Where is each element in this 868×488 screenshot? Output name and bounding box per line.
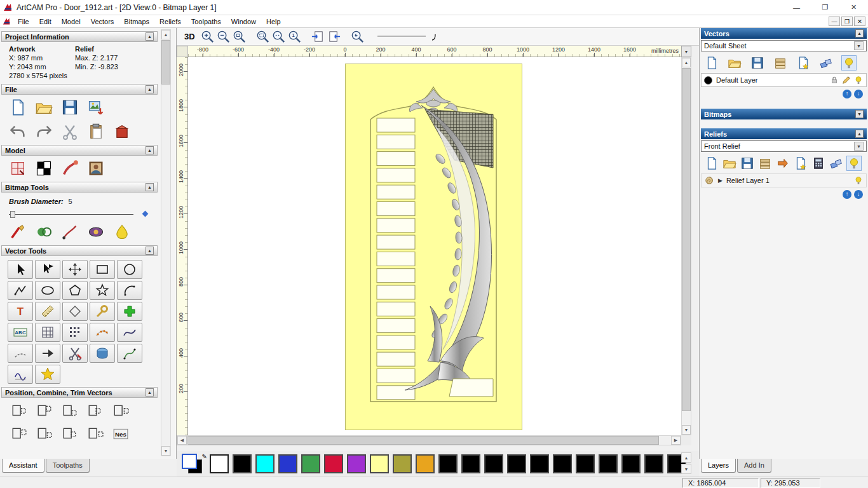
save-icon[interactable] (750, 56, 764, 70)
palette-swatch-6[interactable] (347, 454, 366, 473)
polygon-button[interactable] (62, 281, 88, 300)
unit-dropdown[interactable]: ▼ (681, 46, 691, 57)
palette-swatch-2[interactable] (255, 454, 275, 473)
rollup-icon[interactable]: ▲ (146, 247, 154, 255)
menu-window[interactable]: Window (226, 17, 261, 27)
rollup-icon[interactable]: ▲ (146, 85, 154, 93)
menu-bitmaps[interactable]: Bitmaps (119, 17, 154, 27)
paste-icon[interactable] (87, 123, 105, 140)
offset-button[interactable] (62, 302, 88, 321)
shell-icon[interactable] (704, 175, 714, 186)
mdi-close-button[interactable]: ✕ (854, 17, 865, 26)
palette-swatch-7[interactable] (370, 454, 389, 473)
fit-arc-button[interactable] (8, 344, 33, 363)
block-copy-button[interactable] (62, 323, 88, 342)
scroll-up-icon[interactable]: ▲ (161, 30, 170, 39)
flood-fill-icon[interactable] (113, 223, 131, 241)
scrollbar-thumb[interactable] (161, 40, 170, 85)
eraser-icon[interactable] (829, 156, 843, 170)
mdi-minimize-button[interactable]: — (829, 17, 840, 26)
cut-icon[interactable] (61, 123, 79, 140)
star-button[interactable] (90, 281, 115, 300)
new-model-icon[interactable] (705, 156, 719, 170)
canvas-horizontal-scrollbar[interactable]: ◀ ▶ (177, 435, 681, 445)
move-down-icon[interactable]: ↓ (854, 190, 863, 199)
palette-swatch-4[interactable] (301, 454, 320, 473)
zoom-one-icon[interactable]: 1 (287, 29, 302, 44)
palette-down-icon[interactable]: ▼ (681, 464, 691, 474)
primary-colour-widget[interactable]: ✎ (180, 453, 208, 475)
palette-swatch-9[interactable] (416, 454, 435, 473)
palette-swatch-18[interactable] (621, 454, 641, 473)
sheet-dropdown[interactable]: Default Sheet ▼ (701, 40, 867, 51)
palette-swatch-3[interactable] (278, 454, 297, 473)
rollup-icon[interactable]: ▲ (146, 32, 154, 41)
green-cross-button[interactable] (117, 302, 142, 321)
extrude-button[interactable] (90, 344, 115, 363)
bulb-icon[interactable] (853, 175, 864, 186)
pencil-icon[interactable] (841, 75, 851, 85)
new-model-icon[interactable] (705, 56, 719, 70)
expand-arrow-icon[interactable]: ▶ (718, 177, 722, 184)
minimize-button[interactable]: — (782, 0, 811, 15)
paste-curve-button[interactable] (90, 323, 115, 342)
palette-swatch-16[interactable] (576, 454, 595, 473)
scroll-up-icon[interactable]: ▲ (682, 58, 691, 67)
assistant-scrollbar[interactable]: ▲ ▼ (161, 29, 171, 456)
move-up-icon[interactable]: ↑ (843, 190, 851, 199)
menu-model[interactable]: Model (57, 17, 86, 27)
align-7-icon[interactable] (36, 426, 53, 442)
transfer-icon[interactable] (776, 156, 790, 170)
move-down-icon[interactable]: ↓ (854, 90, 863, 98)
page-arrow-l-icon[interactable] (311, 29, 325, 44)
trim-button[interactable] (62, 344, 88, 363)
open-icon[interactable] (722, 156, 736, 170)
zoom-object-icon[interactable] (232, 29, 247, 44)
mdi-restore-button[interactable]: ❐ (841, 17, 853, 26)
menu-reliefs[interactable]: Reliefs (154, 17, 186, 27)
new-layer-icon[interactable] (796, 56, 810, 70)
zoom-out-icon[interactable] (216, 29, 231, 44)
palette-swatch-1[interactable] (233, 454, 252, 473)
align-4-icon[interactable] (86, 403, 104, 419)
palette-swatch-0[interactable] (210, 454, 229, 473)
grid-button[interactable] (35, 323, 60, 342)
palette-swatch-11[interactable] (461, 454, 480, 473)
wizard-button[interactable] (35, 365, 60, 384)
scroll-left-icon[interactable]: ◀ (177, 436, 187, 445)
relief-layer-row[interactable]: ▶ Relief Layer 1 (701, 173, 867, 187)
scrollbar-thumb[interactable] (187, 436, 659, 445)
merge-icon[interactable] (773, 56, 787, 70)
rollup-icon[interactable]: ▲ (855, 130, 864, 138)
sculpt-icon[interactable] (61, 159, 79, 177)
page-arrow-r-icon[interactable] (327, 29, 341, 44)
circle-button[interactable] (117, 260, 142, 279)
text-button[interactable]: T (8, 302, 33, 321)
canvas-vertical-scrollbar[interactable]: ▲ ▼ (681, 57, 691, 435)
scroll-down-icon[interactable]: ▼ (682, 425, 691, 435)
fit-curve-button[interactable] (117, 323, 142, 342)
rollup-icon[interactable]: ▲ (146, 146, 154, 154)
align-6-icon[interactable] (10, 426, 28, 442)
text-abc-button[interactable]: ABC (8, 323, 33, 342)
bulb-icon[interactable] (847, 156, 861, 170)
transform-button[interactable] (62, 260, 88, 279)
load-image-icon[interactable] (87, 159, 105, 177)
zoom-window-icon[interactable] (255, 29, 270, 44)
rollup-icon[interactable]: ▲ (146, 388, 154, 396)
measure-button[interactable] (35, 302, 60, 321)
polyline-button[interactable] (8, 281, 33, 300)
redo-icon[interactable] (35, 123, 53, 140)
calculator-icon[interactable] (811, 156, 825, 170)
palette-swatch-19[interactable] (644, 454, 663, 473)
relief-dropdown[interactable]: Front Relief ▼ (701, 140, 867, 152)
align-9-icon[interactable] (86, 426, 104, 442)
eraser-icon[interactable] (819, 56, 833, 70)
invert-icon[interactable] (35, 159, 53, 177)
arc-button[interactable] (117, 281, 142, 300)
rolldown-icon[interactable]: ▼ (855, 110, 864, 118)
scroll-down-icon[interactable]: ▼ (161, 446, 170, 456)
palette-swatch-14[interactable] (530, 454, 549, 473)
align-2-icon[interactable] (36, 403, 53, 419)
slider-thumb[interactable] (10, 211, 15, 218)
